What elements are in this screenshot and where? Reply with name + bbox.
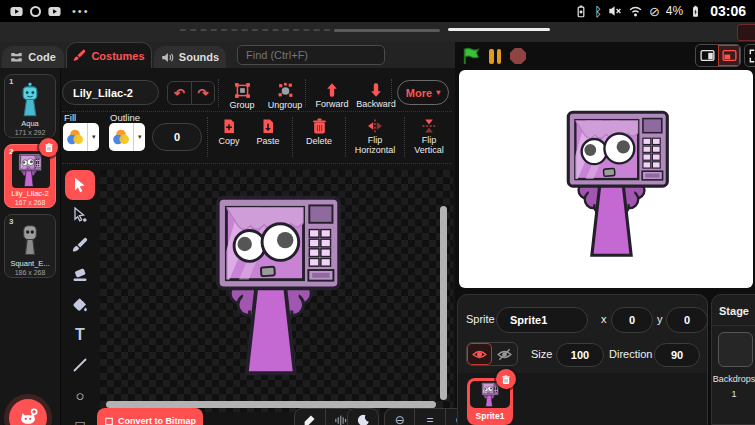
stroke-width-input[interactable]: 0 <box>152 123 202 151</box>
moon-icon <box>357 414 370 425</box>
stage-size-toggle <box>695 44 741 67</box>
wifi-icon <box>628 4 643 18</box>
eraser-icon <box>72 267 88 283</box>
large-stage-button[interactable] <box>718 45 740 66</box>
stop-button[interactable] <box>510 48 526 64</box>
costume-name: Lily_Lilac-2 <box>5 189 55 198</box>
tab-code[interactable]: Code <box>2 46 64 68</box>
backward-label: Backward <box>356 100 396 110</box>
size-input[interactable]: 100 <box>556 343 604 367</box>
stage-controls <box>462 47 526 65</box>
costume-size: 171 x 292 <box>5 129 55 136</box>
green-flag-button[interactable] <box>462 47 480 65</box>
fullscreen-button[interactable] <box>744 44 755 67</box>
ring-icon <box>30 6 41 17</box>
copy-button[interactable]: Copy <box>209 118 249 147</box>
clock: 03:06 <box>710 3 746 19</box>
wave-icon <box>334 414 347 425</box>
fill-color-picker[interactable]: ▾ <box>63 123 99 151</box>
dark-mode-button[interactable] <box>348 409 378 425</box>
rectangle-icon: □ <box>75 417 84 425</box>
trash-icon <box>44 142 54 153</box>
pause-icon <box>497 49 502 64</box>
brush-tool[interactable] <box>65 230 95 260</box>
costume-name-input[interactable] <box>62 80 159 105</box>
paste-button[interactable]: Paste <box>248 118 288 147</box>
sprite-on-stage[interactable] <box>562 108 672 258</box>
top-strip <box>0 22 755 42</box>
backward-button[interactable]: Backward <box>353 82 399 110</box>
brush-icon <box>72 237 88 253</box>
flip-vertical-button[interactable]: Flip Vertical <box>406 118 452 156</box>
forward-label: Forward <box>315 100 348 110</box>
delete-button[interactable]: Delete <box>297 117 341 147</box>
costume-size: 167 x 268 <box>5 199 55 206</box>
select-tool[interactable] <box>65 170 95 200</box>
tab-code-label: Code <box>28 51 56 63</box>
group-button[interactable]: Group <box>222 82 262 111</box>
canvas-horizontal-scrollbar[interactable] <box>106 401 436 408</box>
zoom-out-button[interactable]: ⊖ <box>385 409 414 425</box>
circle-tool[interactable]: ○ <box>65 380 95 410</box>
costume-thumbnail <box>17 153 43 187</box>
arrow-up-icon <box>324 82 340 98</box>
trash-icon <box>311 117 328 135</box>
top-right-partial-button <box>737 24 755 41</box>
sprite-name-input[interactable] <box>496 307 588 333</box>
pen-options-button[interactable] <box>295 409 325 425</box>
redo-button[interactable]: ↷ <box>191 82 215 104</box>
forward-button[interactable]: Forward <box>311 82 353 110</box>
line-tool[interactable] <box>65 350 95 380</box>
stage[interactable] <box>459 70 753 288</box>
y-input[interactable]: 0 <box>666 307 708 333</box>
costume-number: 3 <box>9 217 13 226</box>
fill-label: Fill <box>64 112 76 123</box>
hide-button[interactable] <box>492 343 517 365</box>
strip-dashed-line <box>180 29 330 31</box>
fill-tool[interactable] <box>65 290 95 320</box>
delete-costume-button[interactable] <box>39 138 58 157</box>
direction-input[interactable]: 90 <box>654 343 700 367</box>
overflow-dots-icon: ••• <box>72 5 90 17</box>
theme-toggle-group <box>347 408 379 425</box>
reshape-tool[interactable] <box>65 200 95 230</box>
status-bar-right: ᛒ ⊘ 4% 03:06 <box>574 3 746 19</box>
canvas-vertical-scrollbar[interactable] <box>440 206 447 400</box>
x-input[interactable]: 0 <box>611 307 653 333</box>
divider <box>404 117 405 157</box>
zoom-reset-button[interactable]: = <box>414 409 444 425</box>
backdrop-thumbnail[interactable] <box>718 332 753 367</box>
rectangle-tool[interactable]: □ <box>65 410 95 425</box>
ungroup-button[interactable]: Ungroup <box>263 82 307 111</box>
flip-vertical-icon <box>421 118 437 134</box>
stage-selector-card[interactable]: Stage Backdrops 1 <box>711 294 755 425</box>
find-input[interactable] <box>237 45 385 65</box>
drag-handle[interactable] <box>448 28 550 31</box>
tab-sounds[interactable]: Sounds <box>154 46 226 68</box>
size-value: 100 <box>571 349 589 361</box>
delete-label: Delete <box>306 137 332 147</box>
convert-to-bitmap-label: Convert to Bitmap <box>118 416 196 425</box>
outline-color-picker[interactable]: ▾ <box>109 123 145 151</box>
show-button[interactable] <box>467 343 492 365</box>
eraser-tool[interactable] <box>65 260 95 290</box>
x-value: 0 <box>629 314 635 326</box>
circle-icon: ○ <box>75 387 84 404</box>
chevron-down-icon: ▾ <box>133 123 145 151</box>
delete-sprite-button[interactable] <box>496 369 516 389</box>
tab-costumes[interactable]: Costumes <box>66 42 152 68</box>
convert-to-bitmap-button[interactable]: Convert to Bitmap <box>97 408 203 425</box>
undo-button[interactable]: ↶ <box>168 82 191 104</box>
outline-swatch-icon <box>109 123 133 151</box>
bluetooth-icon: ᛒ <box>594 4 602 19</box>
paint-canvas[interactable] <box>100 170 453 412</box>
costume-item-squant[interactable]: 3 Squant_E... 186 x 268 <box>4 214 56 278</box>
more-button[interactable]: More ▾ <box>397 80 449 105</box>
small-stage-button[interactable] <box>696 45 718 66</box>
flip-horizontal-button[interactable]: Flip Horizontal <box>349 118 401 156</box>
pause-button[interactable] <box>489 49 501 64</box>
text-tool[interactable]: T <box>65 320 95 350</box>
costume-item-aqua[interactable]: 1 Aqua 171 x 292 <box>4 74 56 138</box>
undo-icon: ↶ <box>174 86 185 101</box>
divider <box>292 117 293 157</box>
